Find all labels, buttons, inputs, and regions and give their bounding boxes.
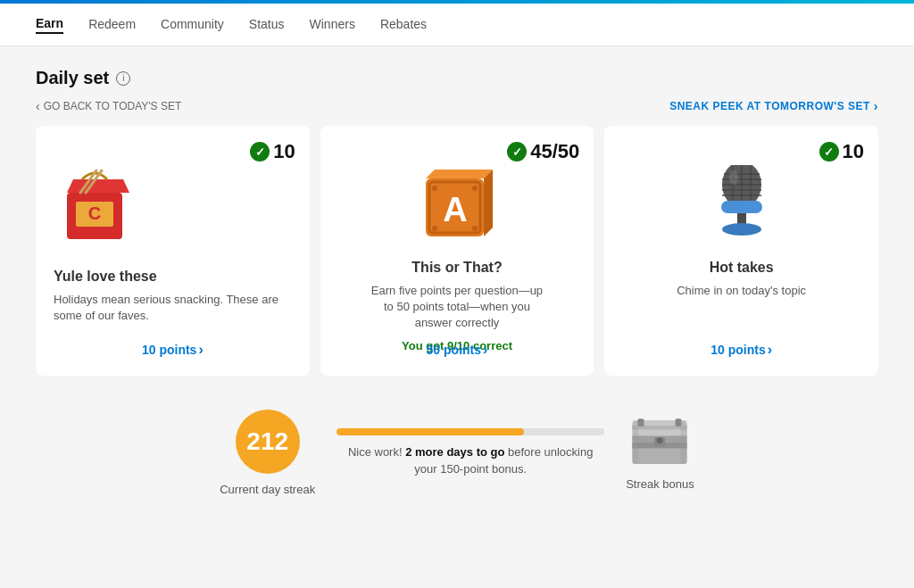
svg-text:C: C [88, 203, 101, 223]
set-navigation: GO BACK TO TODAY'S SET SNEAK PEEK AT TOM… [36, 99, 878, 113]
nav-item-community[interactable]: Community [161, 17, 224, 33]
card-2-desc: Earn five points per question—up to 50 p… [368, 283, 546, 332]
streak-current-label: Current day streak [220, 483, 315, 496]
nav-item-winners[interactable]: Winners [310, 17, 355, 33]
streak-section: 212 Current day streak Nice work! 2 more… [36, 401, 878, 505]
back-to-today-link[interactable]: GO BACK TO TODAY'S SET [36, 99, 181, 113]
daily-set-header: Daily set i [36, 68, 878, 88]
nav-item-status[interactable]: Status [249, 17, 285, 33]
card-3-title: Hot takes [710, 260, 774, 276]
check-icon-3: ✓ [819, 142, 839, 161]
cards-grid: ✓ 10 C Yule love these Holidays mean ser… [36, 126, 878, 376]
card-1-desc: Holidays mean serious snacking. These ar… [54, 292, 292, 324]
svg-point-11 [432, 186, 437, 191]
card-3-points-link[interactable]: 10 points [710, 342, 772, 358]
card-2-points-link[interactable]: 50 points [427, 342, 488, 358]
score-badge-3: ✓ 10 [819, 140, 864, 163]
nav-item-earn[interactable]: Earn [36, 16, 63, 34]
svg-rect-37 [633, 420, 639, 464]
streak-progress-container: Nice work! 2 more days to go before unlo… [337, 428, 604, 476]
score-value-1: 10 [273, 140, 295, 163]
card-3-desc: Chime in on today's topic [677, 283, 806, 299]
svg-point-12 [472, 186, 478, 191]
svg-point-33 [657, 437, 663, 443]
svg-point-26 [722, 223, 761, 236]
svg-point-27 [729, 170, 738, 185]
progress-bar-fill [337, 428, 524, 435]
card-yule-love: ✓ 10 C Yule love these Holidays mean ser… [36, 126, 310, 376]
streak-bonus: Streak bonus [626, 415, 694, 491]
main-content: Daily set i GO BACK TO TODAY'S SET SNEAK… [0, 46, 914, 523]
svg-rect-38 [681, 420, 687, 464]
score-value-3: 10 [843, 140, 864, 163]
svg-rect-24 [721, 201, 762, 213]
card-hot-takes: ✓ 10 [604, 126, 878, 376]
svg-point-14 [472, 226, 478, 231]
score-badge-2: ✓ 45/50 [507, 140, 579, 163]
card-2-title: This or That? [411, 260, 502, 276]
svg-marker-8 [484, 170, 493, 236]
svg-text:A: A [443, 191, 467, 228]
svg-marker-7 [426, 170, 493, 178]
check-icon-2: ✓ [507, 142, 527, 161]
svg-marker-1 [67, 179, 129, 193]
microphone-image [702, 165, 782, 245]
card-1-title: Yule love these [54, 269, 292, 285]
svg-point-13 [432, 226, 437, 231]
page-title: Daily set [36, 68, 109, 88]
sneak-peek-link[interactable]: SNEAK PEEK AT TOMORROW'S SET [669, 99, 878, 113]
streak-current: 212 Current day streak [220, 410, 315, 496]
svg-rect-35 [638, 418, 644, 427]
streak-number: 212 [236, 410, 300, 474]
check-icon-1: ✓ [250, 142, 270, 161]
letter-block-image: A [417, 165, 497, 245]
takeout-box-image: C [54, 161, 143, 251]
card-this-or-that: ✓ 45/50 A This or That? [320, 126, 594, 376]
nav-item-rebates[interactable]: Rebates [380, 17, 427, 33]
progress-bar-wrapper [337, 428, 604, 435]
card-1-points-link[interactable]: 10 points [142, 342, 204, 358]
treasure-chest-image [628, 415, 691, 468]
streak-bonus-label: Streak bonus [626, 477, 694, 491]
score-badge-1: ✓ 10 [250, 140, 295, 163]
score-value-2: 45/50 [530, 140, 579, 163]
info-icon[interactable]: i [116, 71, 130, 86]
navigation: EarnRedeemCommunityStatusWinnersRebates [0, 4, 914, 46]
nav-item-redeem[interactable]: Redeem [88, 17, 136, 33]
svg-rect-36 [676, 418, 682, 427]
streak-message: Nice work! 2 more days to go before unlo… [337, 444, 604, 476]
